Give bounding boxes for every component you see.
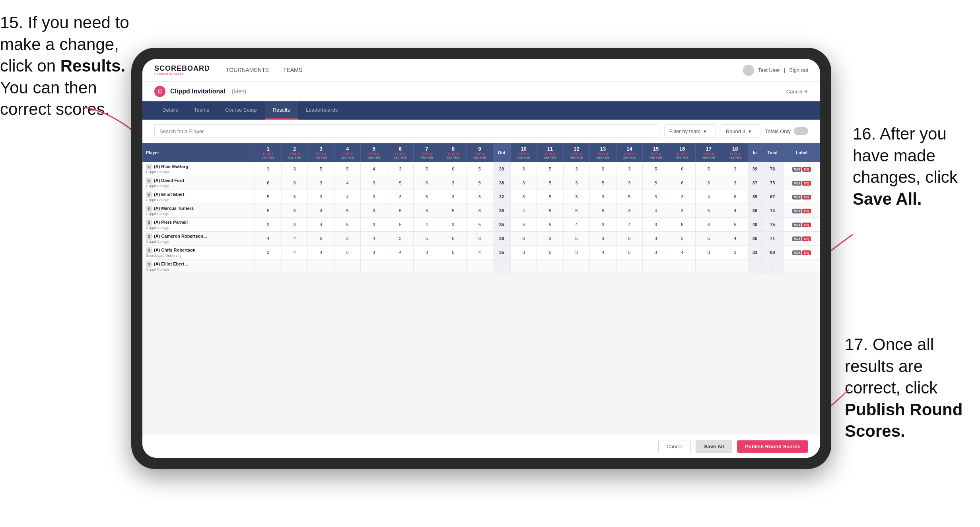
score-front-1[interactable]: 4 xyxy=(255,232,281,246)
tab-teams[interactable]: Teams xyxy=(186,101,217,120)
score-back-11[interactable]: 3 xyxy=(537,232,563,246)
score-front-4[interactable]: 5 xyxy=(334,246,360,260)
tab-leaderboards[interactable]: Leaderboards xyxy=(298,101,346,120)
score-back-18[interactable]: 4 xyxy=(722,232,748,246)
score-back-18[interactable]: 6 xyxy=(722,190,748,204)
label-dq[interactable]: DQ xyxy=(802,250,811,255)
score-back-11[interactable]: 5 xyxy=(537,246,563,260)
score-front-2[interactable]: 3 xyxy=(281,176,307,190)
score-front-3[interactable]: 4 xyxy=(308,218,334,232)
score-front-3[interactable]: 3 xyxy=(308,190,334,204)
score-front-4[interactable]: 3 xyxy=(334,232,360,246)
score-back-17[interactable]: 5 xyxy=(696,162,722,176)
score-back-17[interactable]: 3 xyxy=(696,176,722,190)
score-back-14[interactable]: 5 xyxy=(616,246,642,260)
score-front-2[interactable]: 3 xyxy=(281,162,307,176)
score-back-18[interactable]: 3 xyxy=(722,176,748,190)
score-front-9[interactable]: - xyxy=(467,260,493,273)
score-back-15[interactable]: 3 xyxy=(643,232,669,246)
score-back-17[interactable]: 4 xyxy=(696,190,722,204)
score-front-9[interactable]: 4 xyxy=(467,246,493,260)
tab-details[interactable]: Details xyxy=(154,101,186,120)
score-front-5[interactable]: - xyxy=(361,260,387,273)
score-front-6[interactable]: 5 xyxy=(387,204,413,218)
label-wd[interactable]: WD xyxy=(792,223,801,227)
score-back-15[interactable]: 3 xyxy=(643,218,669,232)
score-front-5[interactable]: 3 xyxy=(361,204,387,218)
label-wd[interactable]: WD xyxy=(792,167,801,172)
score-back-11[interactable]: 5 xyxy=(537,218,563,232)
search-input[interactable] xyxy=(154,124,659,138)
score-back-16[interactable]: 3 xyxy=(669,204,695,218)
score-back-13[interactable]: 3 xyxy=(590,190,616,204)
score-back-12[interactable]: 3 xyxy=(563,176,589,190)
label-wd[interactable]: WD xyxy=(792,195,801,200)
score-back-15[interactable]: - xyxy=(643,260,669,273)
score-front-3[interactable]: 3 xyxy=(308,176,334,190)
score-back-16[interactable]: 3 xyxy=(669,232,695,246)
score-back-17[interactable]: 6 xyxy=(696,218,722,232)
score-back-11[interactable]: 5 xyxy=(537,190,563,204)
score-back-12[interactable]: 3 xyxy=(563,190,589,204)
score-front-8[interactable]: 6 xyxy=(440,162,466,176)
sign-out-link[interactable]: Sign out xyxy=(789,67,808,73)
score-front-6[interactable]: 5 xyxy=(387,218,413,232)
label-dq[interactable]: DQ xyxy=(802,209,811,213)
score-front-1[interactable]: 3 xyxy=(255,218,281,232)
score-front-6[interactable]: 3 xyxy=(387,190,413,204)
score-back-13[interactable]: 3 xyxy=(590,218,616,232)
score-front-8[interactable]: 5 xyxy=(440,246,466,260)
tournament-cancel-btn[interactable]: Cancel ✕ xyxy=(786,89,808,95)
score-back-17[interactable]: 5 xyxy=(696,232,722,246)
score-front-1[interactable]: 3 xyxy=(255,246,281,260)
score-back-12[interactable]: 5 xyxy=(563,204,589,218)
score-front-2[interactable]: 3 xyxy=(281,218,307,232)
score-back-10[interactable]: 3 xyxy=(510,162,537,176)
score-back-14[interactable]: 3 xyxy=(616,162,642,176)
score-back-12[interactable]: 3 xyxy=(563,246,589,260)
score-front-6[interactable]: 4 xyxy=(387,246,413,260)
score-back-17[interactable]: 3 xyxy=(696,246,722,260)
score-back-18[interactable]: 5 xyxy=(722,218,748,232)
score-front-2[interactable]: 3 xyxy=(281,190,307,204)
nav-tournaments[interactable]: TOURNAMENTS xyxy=(226,67,269,74)
label-wd[interactable]: WD xyxy=(792,236,801,241)
tab-results[interactable]: Results xyxy=(265,101,298,120)
label-dq[interactable]: DQ xyxy=(802,236,811,241)
publish-round-scores-button[interactable]: Publish Round Scores xyxy=(737,440,808,453)
score-back-14[interactable]: 3 xyxy=(616,176,642,190)
score-back-16[interactable]: - xyxy=(669,260,695,273)
score-back-12[interactable]: - xyxy=(563,260,589,273)
score-front-4[interactable]: 5 xyxy=(334,218,360,232)
score-front-8[interactable]: 5 xyxy=(440,232,466,246)
score-front-5[interactable]: 3 xyxy=(361,246,387,260)
score-front-9[interactable]: 3 xyxy=(467,190,493,204)
score-front-7[interactable]: 4 xyxy=(414,218,440,232)
score-front-6[interactable]: - xyxy=(387,260,413,273)
score-front-4[interactable]: 4 xyxy=(334,176,360,190)
label-wd[interactable]: WD xyxy=(792,250,801,255)
score-back-10[interactable]: 4 xyxy=(510,204,537,218)
score-back-13[interactable]: 5 xyxy=(590,204,616,218)
score-back-17[interactable]: - xyxy=(696,260,722,273)
score-front-7[interactable]: 5 xyxy=(414,232,440,246)
score-front-8[interactable]: 3 xyxy=(440,176,466,190)
score-front-7[interactable]: 5 xyxy=(414,162,440,176)
score-front-1[interactable]: 6 xyxy=(255,176,281,190)
score-front-5[interactable]: 4 xyxy=(361,162,387,176)
score-back-18[interactable]: 3 xyxy=(722,162,748,176)
score-back-13[interactable]: 4 xyxy=(590,246,616,260)
score-front-4[interactable]: 4 xyxy=(334,190,360,204)
score-front-2[interactable]: 3 xyxy=(281,204,307,218)
score-back-13[interactable]: 6 xyxy=(590,162,616,176)
score-front-4[interactable]: 5 xyxy=(334,162,360,176)
score-front-7[interactable]: - xyxy=(414,260,440,273)
score-front-5[interactable]: 4 xyxy=(361,232,387,246)
score-front-3[interactable]: 4 xyxy=(308,204,334,218)
score-back-14[interactable]: 3 xyxy=(616,204,642,218)
score-back-16[interactable]: 6 xyxy=(669,162,695,176)
score-front-5[interactable]: 3 xyxy=(361,176,387,190)
score-back-14[interactable]: 4 xyxy=(616,218,642,232)
score-front-9[interactable]: 3 xyxy=(467,204,493,218)
score-front-8[interactable]: 3 xyxy=(440,218,466,232)
